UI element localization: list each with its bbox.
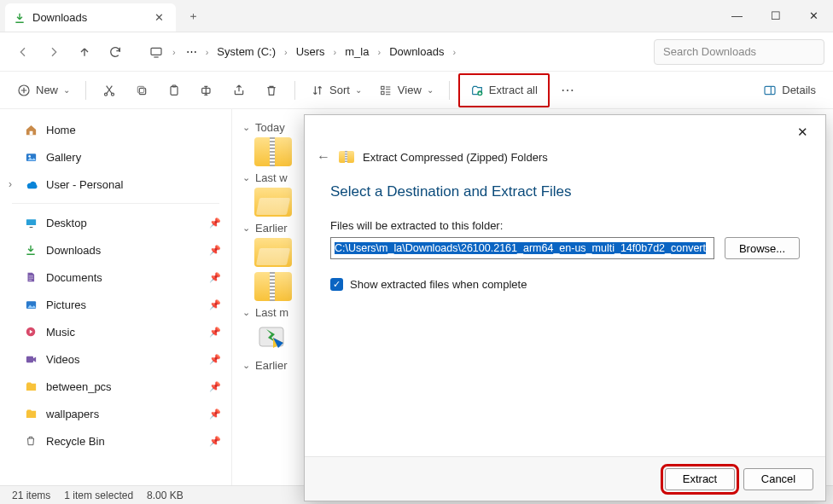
new-button[interactable]: New ⌄ [10, 77, 77, 104]
dialog-body: Select a Destination and Extract Files F… [305, 170, 825, 456]
zip-file-item[interactable] [254, 137, 292, 166]
svg-point-2 [104, 93, 107, 96]
checkbox-checked-icon: ✓ [330, 278, 343, 291]
zip-file-item[interactable] [254, 272, 292, 301]
sidebar-item-label: Documents [46, 271, 102, 284]
pin-icon: 📌 [209, 299, 221, 310]
share-button[interactable] [224, 77, 253, 104]
sidebar-item-folder-wallpapers[interactable]: wallpapers📌 [0, 400, 231, 427]
dialog-footer: Extract Cancel [305, 456, 825, 501]
chevron-down-icon: ⌄ [242, 172, 250, 183]
videos-icon [24, 353, 38, 366]
sidebar-item-gallery[interactable]: Gallery [0, 143, 231, 171]
svg-rect-5 [137, 86, 143, 92]
folder-item[interactable] [254, 188, 292, 217]
back-button[interactable] [9, 38, 38, 67]
status-selection: 1 item selected [64, 490, 133, 501]
copy-button[interactable] [127, 77, 156, 104]
rename-button[interactable] [192, 77, 221, 104]
separator [12, 203, 219, 204]
view-button[interactable]: View ⌄ [372, 77, 440, 104]
show-files-checkbox[interactable]: ✓ Show extracted files when complete [330, 278, 800, 291]
destination-path: C:\Users\m_la\Downloads\26100.2161_arm64… [335, 242, 706, 254]
sort-label: Sort [329, 84, 350, 96]
search-input[interactable]: Search Downloads [654, 39, 824, 65]
sidebar-item-desktop[interactable]: Desktop📌 [0, 209, 231, 236]
pin-icon: 📌 [209, 272, 221, 283]
sidebar-item-videos[interactable]: Videos📌 [0, 345, 231, 373]
chevron-down-icon: ⌄ [427, 85, 434, 95]
folder-item[interactable] [254, 238, 292, 267]
crumb-user[interactable]: m_la [340, 42, 374, 61]
extract-all-button[interactable]: Extract all [463, 77, 545, 104]
chevron-down-icon: ⌄ [242, 360, 250, 371]
sidebar-item-music[interactable]: Music📌 [0, 318, 231, 345]
home-icon [24, 124, 38, 136]
up-button[interactable] [70, 38, 99, 67]
crumb-overflow[interactable]: ⋯ [181, 42, 202, 61]
status-size: 8.00 KB [147, 490, 183, 501]
destination-input[interactable]: C:\Users\m_la\Downloads\26100.2161_arm64… [330, 237, 714, 259]
sort-button[interactable]: Sort ⌄ [304, 77, 369, 104]
extract-dialog: ✕ ← Extract Compressed (Zipped) Folders … [304, 114, 826, 501]
browse-button[interactable]: Browse... [725, 237, 800, 259]
minimize-button[interactable]: ― [718, 0, 756, 32]
crumb-users[interactable]: Users [291, 42, 330, 61]
cut-button[interactable] [95, 77, 124, 104]
sidebar-item-label: Desktop [46, 217, 87, 229]
svg-rect-10 [382, 91, 384, 94]
this-pc-icon[interactable] [142, 38, 171, 67]
more-button[interactable]: ⋯ [553, 77, 582, 104]
sidebar-item-home[interactable]: Home [0, 116, 231, 143]
destination-row: C:\Users\m_la\Downloads\26100.2161_arm64… [330, 237, 800, 259]
checkbox-label: Show extracted files when complete [350, 278, 527, 291]
group-label: Last w [255, 171, 288, 184]
crumb-downloads[interactable]: Downloads [384, 42, 449, 61]
forward-button[interactable] [39, 38, 68, 67]
sidebar-item-pictures[interactable]: Pictures📌 [0, 291, 231, 318]
maximize-button[interactable]: ☐ [756, 0, 795, 32]
sidebar-item-recycle[interactable]: Recycle Bin📌 [0, 427, 231, 455]
chevron-right-icon: › [334, 47, 337, 57]
extract-button[interactable]: Extract [665, 468, 735, 490]
pin-icon: 📌 [209, 408, 221, 420]
sidebar-item-documents[interactable]: Documents📌 [0, 264, 231, 291]
folder-icon [24, 380, 38, 393]
paste-button[interactable] [160, 77, 189, 104]
close-window-button[interactable]: ✕ [795, 0, 833, 32]
close-tab-icon[interactable]: ✕ [154, 11, 164, 24]
chevron-down-icon: ⌄ [242, 223, 250, 234]
dialog-heading: Select a Destination and Extract Files [330, 183, 800, 200]
refresh-button[interactable] [101, 38, 130, 67]
chevron-down-icon: ⌄ [242, 122, 250, 133]
details-pane-button[interactable]: Details [756, 77, 823, 104]
tab-downloads[interactable]: Downloads ✕ [5, 3, 176, 32]
pin-icon: 📌 [209, 327, 221, 338]
sidebar-item-onedrive[interactable]: User - Personal [0, 171, 231, 198]
group-label: Earlier [255, 359, 288, 372]
chevron-right-icon: › [377, 47, 381, 57]
delete-button[interactable] [257, 77, 286, 104]
svg-rect-18 [26, 356, 32, 362]
dialog-close-button[interactable]: ✕ [788, 119, 817, 145]
sidebar-item-label: Gallery [46, 151, 81, 164]
dialog-wizard-title: Extract Compressed (Zipped) Folders [363, 151, 548, 164]
chevron-right-icon: › [172, 47, 176, 57]
back-icon[interactable]: ← [317, 149, 330, 165]
pin-icon: 📌 [209, 436, 221, 447]
sidebar-item-folder-between[interactable]: between_pcs📌 [0, 373, 231, 400]
group-label: Earlier [255, 222, 288, 235]
crumb-system[interactable]: System (C:) [212, 42, 281, 61]
address-bar: › ⋯ › System (C:) › Users › m_la › Downl… [0, 32, 833, 72]
sidebar-item-label: between_pcs [46, 380, 112, 393]
cancel-button[interactable]: Cancel [743, 468, 813, 490]
svg-rect-12 [765, 86, 775, 94]
separator [294, 81, 295, 100]
chevron-right-icon: › [206, 47, 209, 57]
chevron-down-icon: ⌄ [63, 85, 70, 95]
downloads-icon [24, 244, 38, 256]
folder-icon [24, 408, 38, 420]
sidebar-item-downloads[interactable]: Downloads📌 [0, 236, 231, 264]
new-tab-button[interactable]: ＋ [176, 0, 211, 32]
status-item-count: 21 items [12, 490, 50, 501]
